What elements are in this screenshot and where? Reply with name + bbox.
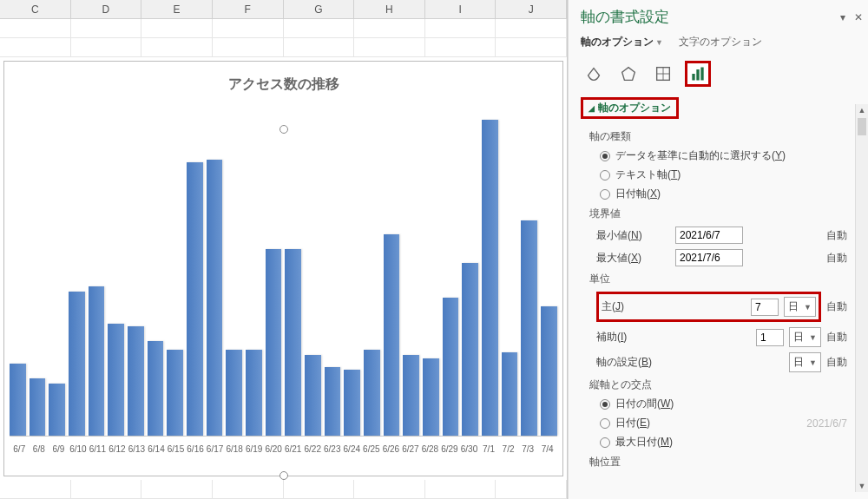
x-tick-label: 6/17	[205, 444, 225, 454]
scroll-up-icon[interactable]: ▲	[856, 106, 868, 115]
x-tick-label: 6/30	[459, 444, 479, 454]
radio-text-axis[interactable]: テキスト軸(T)	[600, 167, 847, 182]
x-tick-label: 6/14	[147, 444, 167, 454]
radio-auto-select[interactable]: データを基準に自動的に選択する(Y)	[600, 148, 847, 163]
x-tick-label: 7/2	[498, 444, 518, 454]
close-icon[interactable]: ✕	[854, 11, 863, 23]
bar[interactable]	[10, 364, 26, 436]
bar[interactable]	[246, 350, 262, 436]
scrollbar[interactable]: ▲ ▼	[855, 104, 868, 492]
radio-max-date[interactable]: 最大日付(M)	[600, 435, 847, 450]
bar[interactable]	[266, 249, 282, 436]
col-header[interactable]: F	[213, 0, 284, 18]
major-unit-input[interactable]	[751, 299, 779, 316]
col-header[interactable]: C	[0, 0, 71, 18]
grid-row[interactable]	[0, 38, 567, 57]
x-tick-label: 7/3	[518, 444, 538, 454]
auto-indicator: 自動	[826, 330, 847, 345]
max-input[interactable]	[675, 249, 743, 266]
x-tick-label: 6/24	[342, 444, 362, 454]
bar[interactable]	[502, 352, 518, 436]
label-max: 最大値(X)	[596, 251, 670, 266]
bar[interactable]	[443, 298, 459, 436]
axis-options-icon[interactable]	[685, 61, 711, 87]
col-header[interactable]: I	[425, 0, 496, 18]
x-tick-label: 6/20	[264, 444, 284, 454]
scroll-thumb[interactable]	[858, 118, 866, 135]
minor-unit-input[interactable]	[756, 329, 784, 346]
label-major-unit: 主(J)	[602, 299, 669, 314]
svg-marker-0	[622, 68, 635, 81]
x-tick-label: 7/1	[479, 444, 499, 454]
bar[interactable]	[462, 263, 478, 436]
grid-row[interactable]	[0, 19, 567, 38]
bar[interactable]	[30, 378, 46, 436]
radio-at-date[interactable]: 日付(E)2021/6/7	[600, 416, 847, 430]
label-min: 最小値(N)	[596, 228, 670, 243]
auto-indicator: 自動	[826, 355, 847, 370]
label-axis-position: 軸位置	[589, 455, 847, 469]
x-axis[interactable]: 6/76/86/96/106/116/126/136/146/156/166/1…	[10, 444, 557, 454]
major-unit-select[interactable]: 日▼	[784, 297, 816, 317]
x-tick-label: 6/23	[323, 444, 343, 454]
bar[interactable]	[403, 355, 419, 436]
chart-object[interactable]: アクセス数の推移 6/76/86/96/106/116/126/136/146/…	[3, 61, 563, 476]
bar[interactable]	[364, 350, 380, 436]
effects-icon[interactable]	[615, 61, 641, 87]
label-axis-setting: 軸の設定(B)	[596, 355, 670, 370]
scroll-down-icon[interactable]: ▼	[856, 482, 868, 490]
svg-rect-6	[700, 68, 703, 81]
col-header[interactable]: J	[496, 0, 567, 18]
bar[interactable]	[384, 234, 400, 436]
bar[interactable]	[187, 162, 203, 436]
bar[interactable]	[207, 160, 223, 436]
x-tick-label: 6/10	[69, 444, 89, 454]
bar[interactable]	[344, 370, 360, 436]
selection-handle-icon[interactable]	[279, 471, 288, 480]
bar[interactable]	[69, 292, 85, 436]
grid-row[interactable]	[0, 480, 567, 499]
format-axis-pane: 軸の書式設定 ▾ ✕ 軸のオプション▼ 文字のオプション ◢軸のオプション 軸の…	[568, 0, 868, 499]
bar[interactable]	[226, 350, 242, 436]
bar[interactable]	[325, 367, 341, 437]
minor-unit-select[interactable]: 日▼	[789, 327, 821, 347]
task-pane-options-icon[interactable]: ▾	[840, 11, 845, 23]
col-header[interactable]: H	[354, 0, 425, 18]
x-tick-label: 6/26	[381, 444, 401, 454]
axis-setting-select[interactable]: 日▼	[789, 352, 821, 372]
x-tick-label: 6/13	[127, 444, 147, 454]
min-input[interactable]	[675, 227, 743, 244]
bar[interactable]	[128, 326, 144, 436]
x-tick-label: 6/29	[440, 444, 460, 454]
fill-line-icon[interactable]	[581, 61, 607, 87]
chart-title[interactable]: アクセス数の推移	[4, 62, 562, 101]
radio-date-axis[interactable]: 日付軸(X)	[600, 187, 847, 201]
section-axis-options[interactable]: ◢軸のオプション	[581, 97, 679, 119]
col-header[interactable]: E	[141, 0, 213, 18]
bar[interactable]	[541, 306, 557, 436]
bar[interactable]	[482, 120, 498, 436]
col-header[interactable]: G	[284, 0, 355, 18]
bar[interactable]	[305, 355, 321, 436]
bar[interactable]	[167, 350, 183, 436]
bar[interactable]	[49, 384, 65, 436]
cross-date-value: 2021/6/7	[806, 417, 847, 430]
tab-axis-options[interactable]: 軸のオプション▼	[581, 36, 663, 49]
svg-rect-4	[692, 74, 694, 81]
bar[interactable]	[148, 341, 164, 436]
tab-text-options[interactable]: 文字のオプション	[679, 36, 762, 49]
x-tick-label: 7/4	[537, 444, 557, 454]
spreadsheet-area: C D E F G H I J アクセス数の推移 6/76/86/96/106/…	[0, 0, 568, 499]
bar[interactable]	[89, 286, 105, 436]
bar[interactable]	[108, 324, 124, 436]
bar[interactable]	[423, 358, 439, 436]
bar[interactable]	[285, 249, 301, 436]
bar[interactable]	[521, 220, 537, 436]
chart-plot-area[interactable]	[10, 105, 557, 437]
svg-rect-5	[696, 69, 699, 81]
label-bounds: 境界値	[589, 207, 847, 221]
radio-between-dates[interactable]: 日付の間(W)	[600, 397, 847, 411]
col-header[interactable]: D	[71, 0, 142, 18]
x-tick-label: 6/16	[186, 444, 206, 454]
size-properties-icon[interactable]	[650, 61, 676, 87]
